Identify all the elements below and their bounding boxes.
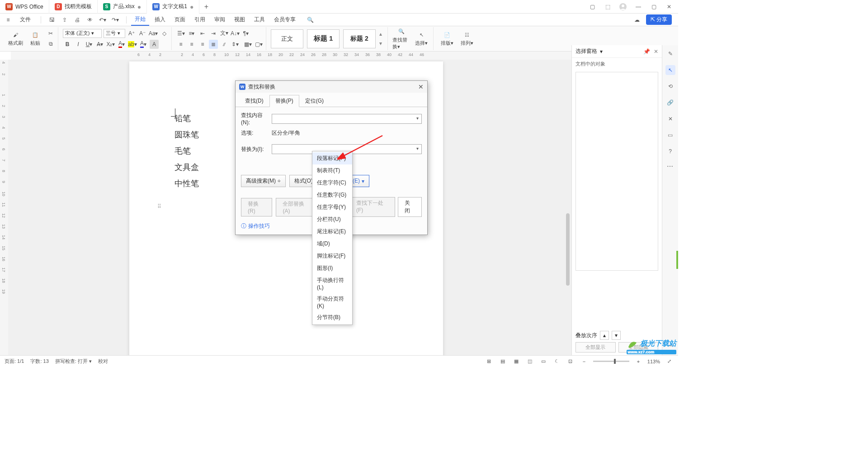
move-up-button[interactable]: ▴ [600, 331, 609, 340]
menu-references[interactable]: 引用 [191, 14, 209, 25]
dialog-close-button[interactable]: 关闭 [398, 197, 422, 217]
export-icon[interactable]: ⇪ [60, 15, 69, 24]
select-button[interactable]: ↖ 选择▾ [412, 31, 430, 47]
dd-manual-linebreak[interactable]: 手动换行符(L) [312, 274, 352, 293]
file-menu[interactable]: 文件 [16, 14, 34, 25]
dd-endnote-mark[interactable]: 尾注标记(E) [312, 226, 352, 238]
line-spacing-icon[interactable]: ⇕▾ [231, 40, 240, 49]
align-right-icon[interactable]: ≡ [198, 40, 207, 49]
new-tab-button[interactable]: + [199, 3, 213, 11]
user-avatar-icon[interactable] [618, 2, 627, 11]
replace-all-button[interactable]: 全部替换(A) [276, 198, 317, 216]
dd-tab-char[interactable]: 制表符(T) [312, 164, 352, 177]
change-case-icon[interactable]: Aa▾ [149, 29, 158, 38]
app-cube-icon[interactable]: ⬚ [603, 2, 612, 11]
styles-more-icon[interactable]: ▴▾ [379, 29, 385, 48]
view-mode4-icon[interactable]: ◫ [525, 357, 534, 366]
find-next-button[interactable]: 查找下一处(F) [349, 197, 395, 217]
minimize-button[interactable]: — [634, 2, 643, 11]
layout-button[interactable]: 📄 排版▾ [438, 31, 456, 47]
dd-graphic[interactable]: 图形(I) [312, 262, 352, 274]
character-shading-icon[interactable]: A [150, 40, 159, 49]
close-window-button[interactable]: ✕ [665, 2, 674, 11]
text-direction-icon[interactable]: 文▾ [220, 29, 229, 38]
tab-templates[interactable]: D 找稻壳模板 [49, 0, 98, 14]
word-count[interactable]: 字数: 13 [30, 358, 48, 365]
dd-any-char[interactable]: 任意字符(C) [312, 177, 352, 189]
zoom-in-icon[interactable]: + [634, 357, 643, 366]
show-all-button[interactable]: 全部显示 [576, 342, 616, 352]
menu-member[interactable]: 会员专享 [270, 14, 299, 25]
italic-icon[interactable]: I [74, 40, 83, 49]
undo-icon[interactable]: ↶▾ [98, 15, 107, 24]
print-preview-icon[interactable]: 👁 [85, 15, 94, 24]
cloud-icon[interactable]: ☁ [632, 15, 642, 24]
numbered-list-icon[interactable]: ≡▾ [187, 29, 196, 38]
align-justify-icon[interactable]: ≣ [209, 40, 218, 49]
subscript-icon[interactable]: X₂▾ [106, 40, 115, 49]
view-mode6-icon[interactable]: ⊡ [566, 357, 575, 366]
adjust-icon[interactable]: ⟲ [665, 81, 675, 91]
replace-one-button[interactable]: 替换(R) [241, 198, 272, 216]
find-replace-button[interactable]: 🔍 查找替换▾ [392, 28, 410, 50]
advanced-search-button[interactable]: 高级搜索(M) ÷ [241, 175, 286, 187]
more-icon[interactable]: ⋯ [667, 163, 674, 170]
scrollbar-thumb[interactable] [566, 213, 570, 286]
align-left-icon[interactable]: ≡ [176, 40, 185, 49]
save-icon[interactable]: 🖫 [47, 15, 57, 24]
style-heading1[interactable]: 标题 1 [307, 29, 340, 48]
menu-start[interactable]: 开始 [131, 14, 149, 26]
tab-wps-office[interactable]: W WPS Office [0, 0, 49, 14]
book-icon[interactable]: ▭ [665, 130, 675, 140]
menu-page[interactable]: 页面 [171, 14, 189, 25]
dd-column-break[interactable]: 分栏符(U) [312, 213, 352, 226]
view-mode1-icon[interactable]: ⊞ [485, 357, 494, 366]
underline-icon[interactable]: U▾ [85, 40, 94, 49]
strikethrough-icon[interactable]: A̶▾ [95, 40, 104, 49]
pin-icon[interactable]: 📌 [643, 48, 650, 55]
dd-paragraph-mark[interactable]: 段落标记(P) [312, 152, 352, 164]
decrease-indent-icon[interactable]: ⇤ [198, 29, 207, 38]
print-icon[interactable]: 🖨 [73, 15, 82, 24]
move-down-button[interactable]: ▾ [612, 331, 621, 340]
redo-icon[interactable]: ↷▾ [111, 15, 120, 24]
dd-any-letter[interactable]: 任意字母(Y) [312, 201, 352, 213]
dd-section-break[interactable]: 分节符(B) [312, 311, 352, 324]
bullet-list-icon[interactable]: ☰▾ [176, 29, 185, 38]
bold-icon[interactable]: B [63, 40, 72, 49]
tab-replace[interactable]: 替换(P) [269, 95, 299, 107]
decrease-font-icon[interactable]: A⁻ [138, 29, 147, 38]
clip-icon[interactable]: 🔗 [665, 98, 675, 108]
font-color2-icon[interactable]: A▾ [139, 40, 148, 49]
menu-review[interactable]: 审阅 [211, 14, 229, 25]
increase-font-icon[interactable]: A⁺ [127, 29, 136, 38]
objects-list[interactable] [576, 72, 658, 271]
dd-manual-pagebreak[interactable]: 手动分页符(K) [312, 293, 352, 311]
pencil-icon[interactable]: ✎ [665, 49, 675, 59]
tools-icon[interactable]: ✕ [665, 114, 675, 124]
find-input[interactable] [272, 114, 422, 124]
dialog-title-bar[interactable]: W 查找和替换 ✕ [236, 81, 427, 93]
view-mode5-icon[interactable]: ▭ [539, 357, 548, 366]
dd-field[interactable]: 域(D) [312, 238, 352, 250]
highlight-icon[interactable]: ab▾ [128, 40, 137, 49]
vertical-scrollbar[interactable] [564, 60, 571, 355]
clear-format-icon[interactable]: ◇ [160, 29, 169, 38]
paragraph-drag-handle-icon[interactable]: ⠿ [157, 203, 162, 210]
dialog-close-icon[interactable]: ✕ [418, 83, 424, 90]
tab-spreadsheet[interactable]: S 产品.xlsx ● [98, 0, 147, 14]
menu-tools[interactable]: 工具 [250, 14, 269, 25]
distribute-icon[interactable]: ⫽ [220, 40, 229, 49]
view-mode3-icon[interactable]: ▦ [512, 357, 521, 366]
tab-goto[interactable]: 定位(G) [299, 95, 330, 107]
maximize-button[interactable]: ▢ [649, 2, 658, 11]
arrange-button[interactable]: ☷ 排列▾ [458, 31, 476, 47]
font-size-select[interactable]: 三号 ▾ [104, 29, 125, 38]
share-button[interactable]: ⇱ 分享 [646, 14, 672, 25]
menu-view[interactable]: 视图 [231, 14, 249, 25]
zoom-out-icon[interactable]: − [580, 357, 589, 366]
app-square-icon[interactable]: ▢ [588, 2, 597, 11]
font-color-icon[interactable]: A▾ [117, 40, 126, 49]
menu-insert[interactable]: 插入 [151, 14, 169, 25]
vertical-ruler[interactable]: 4 2 1 2 3 4 5 6 7 8 9 10 11 12 13 14 15 … [0, 60, 8, 355]
